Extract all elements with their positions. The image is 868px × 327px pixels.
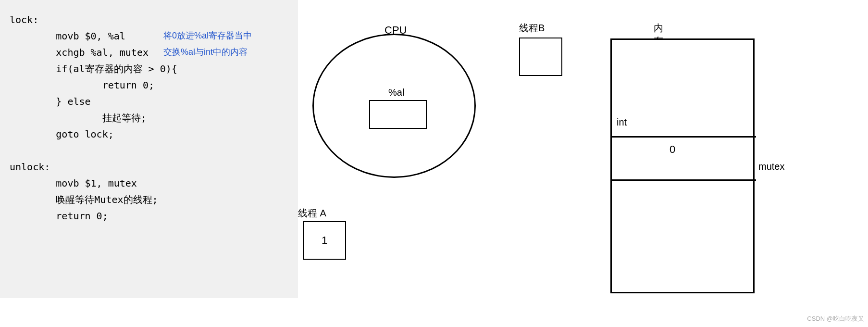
annotation-line1: 将0放进%al寄存器当中	[163, 30, 252, 41]
memory-value: 0	[670, 143, 675, 156]
al-label: %al	[388, 87, 404, 98]
mutex-label: mutex	[758, 161, 784, 172]
memory-divider	[612, 136, 756, 138]
annotation-line2: 交换%al与int中的内容	[163, 46, 248, 58]
memory-int-label: int	[617, 117, 627, 128]
thread-a-box: 1	[303, 221, 346, 260]
memory-outer-box: int 0	[610, 38, 755, 293]
code-text: lock: movb $0, %al xchgb %al, mutex if(a…	[10, 12, 288, 224]
thread-b-box	[519, 38, 562, 76]
watermark: CSDN @吃白吃夜叉	[807, 314, 864, 323]
thread-a-value: 1	[322, 234, 327, 247]
thread-b-label: 线程B	[519, 22, 545, 35]
code-panel: lock: movb $0, %al xchgb %al, mutex if(a…	[0, 0, 298, 298]
cpu-container: CPU %al	[308, 19, 490, 183]
memory-divider-2	[612, 179, 756, 181]
al-register-box	[369, 100, 427, 129]
cpu-ellipse: %al	[312, 34, 476, 178]
thread-a-label: 线程 A	[298, 207, 326, 220]
